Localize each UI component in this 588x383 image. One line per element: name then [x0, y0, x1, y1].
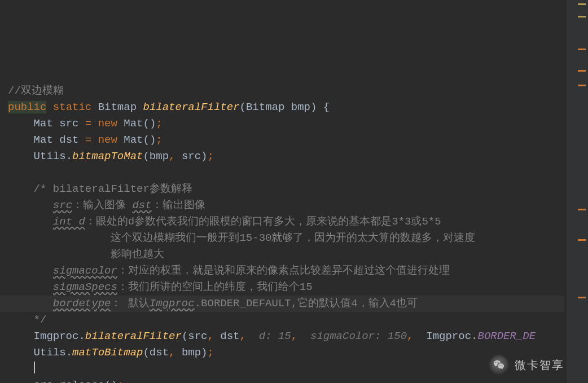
kw-static: static: [53, 101, 91, 113]
code-content: //双边模糊 public static Bitmap bilateralFil…: [8, 67, 564, 383]
minimap-mark: [578, 297, 586, 298]
kw-public: public: [8, 101, 46, 113]
method-name: bilateralFilter: [143, 101, 239, 113]
text-caret: [34, 362, 35, 373]
code-editor[interactable]: //双边模糊 public static Bitmap bilateralFil…: [0, 0, 564, 383]
const-border: BORDER_DE: [478, 330, 536, 342]
param-type: Bitmap: [246, 101, 284, 113]
call-bilateral: bilateralFilter: [85, 330, 182, 342]
minimap-mark: [578, 70, 586, 72]
minimap-mark: [578, 49, 586, 50]
param-name: bmp: [291, 101, 310, 113]
minimap-mark: [578, 3, 586, 5]
minimap-mark: [578, 16, 586, 17]
watermark-text: 微卡智享: [515, 358, 564, 373]
hint-sigma: sigmaColor:: [310, 330, 381, 342]
hint-d: d:: [259, 330, 272, 342]
minimap-mark: [578, 209, 586, 210]
type-mat: Mat: [34, 117, 53, 130]
watermark: 微卡智享: [489, 355, 564, 375]
return-type: Bitmap: [98, 101, 137, 113]
minimap-mark: [578, 239, 586, 241]
wechat-icon: [489, 355, 509, 375]
editor-minimap[interactable]: [567, 0, 588, 383]
block-comment-close: */: [34, 314, 47, 326]
minimap-mark: [578, 85, 586, 86]
comment-line: //双边模糊: [8, 85, 64, 97]
block-comment-open: /* bilateralFilter参数解释: [34, 183, 192, 195]
